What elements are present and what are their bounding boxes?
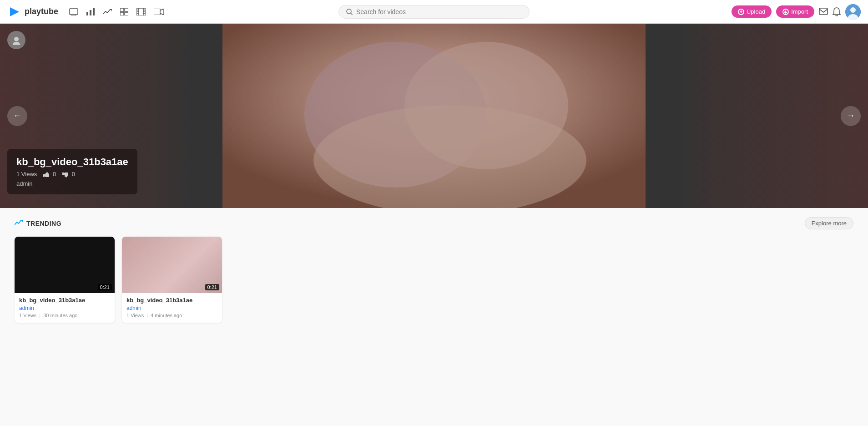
video-author[interactable]: admin — [19, 305, 110, 311]
chart-icon[interactable] — [86, 8, 95, 15]
hero-channel-avatar[interactable] — [7, 31, 25, 49]
video-time-ago: 30 minutes ago — [43, 313, 77, 318]
svg-rect-6 — [90, 10, 91, 15]
video-icon[interactable] — [154, 9, 164, 15]
trending-title-row: TRENDING — [15, 219, 61, 228]
hero-prev-button[interactable]: ← — [7, 106, 27, 126]
hero-carousel: kb_bg_video_31b3a1ae 1 Views 0 0 admin ←… — [0, 24, 868, 208]
trending-icon — [15, 219, 23, 228]
trending-section: TRENDING Explore more 0:21 kb_bg_video_3… — [0, 208, 868, 332]
search-icon — [346, 9, 353, 15]
video-thumbnail: 0:21 — [15, 237, 115, 293]
upload-button[interactable]: Upload — [732, 5, 772, 18]
tv-icon[interactable] — [69, 8, 78, 15]
trending-label: TRENDING — [26, 220, 61, 227]
explore-more-button[interactable]: Explore more — [805, 217, 853, 229]
video-author[interactable]: admin — [126, 305, 217, 311]
video-stats: 1 Views | 30 minutes ago — [19, 313, 110, 318]
svg-marker-0 — [10, 7, 19, 16]
svg-line-23 — [351, 13, 353, 15]
svg-rect-5 — [86, 12, 88, 15]
svg-rect-9 — [125, 8, 128, 11]
duration-badge: 0:21 — [98, 284, 112, 290]
svg-point-38 — [14, 37, 19, 41]
main-header: playtube — [0, 0, 868, 24]
avatar[interactable] — [845, 4, 861, 20]
hero-meta: 1 Views 0 0 — [16, 171, 128, 178]
video-title: kb_bg_video_31b3a1ae — [19, 297, 110, 304]
hero-next-button[interactable]: → — [841, 106, 861, 126]
grid-icon[interactable] — [120, 8, 128, 15]
video-info: kb_bg_video_31b3a1ae admin 1 Views | 4 m… — [122, 293, 222, 323]
svg-rect-41 — [62, 172, 64, 175]
video-time-ago: 4 minutes ago — [151, 313, 182, 318]
messages-button[interactable] — [819, 8, 828, 16]
hero-title: kb_bg_video_31b3a1ae — [16, 156, 128, 168]
svg-rect-1 — [70, 9, 78, 15]
svg-point-31 — [850, 7, 856, 13]
svg-rect-11 — [125, 12, 128, 15]
film-icon[interactable] — [136, 8, 146, 15]
hero-info-box: kb_bg_video_31b3a1ae 1 Views 0 0 admin — [7, 149, 137, 194]
video-views: 1 Views — [126, 313, 144, 318]
logo-icon — [7, 5, 22, 19]
video-views: 1 Views — [19, 313, 36, 318]
nav-icons — [69, 8, 164, 15]
video-card[interactable]: 0:21 kb_bg_video_31b3a1ae admin 1 Views … — [122, 237, 222, 323]
hero-likes: 0 — [43, 171, 56, 178]
svg-rect-8 — [120, 8, 124, 11]
logo-text: playtube — [25, 7, 58, 16]
svg-rect-7 — [93, 8, 95, 15]
video-thumbnail: 0:21 — [122, 237, 222, 293]
svg-point-22 — [347, 9, 351, 14]
hero-views: 1 Views — [16, 171, 37, 178]
video-stats: 1 Views | 4 minutes ago — [126, 313, 217, 318]
trending-header: TRENDING Explore more — [15, 217, 853, 229]
search-bar — [338, 5, 530, 19]
import-button[interactable]: Import — [776, 5, 814, 18]
svg-rect-21 — [154, 9, 160, 15]
svg-rect-10 — [120, 12, 124, 15]
notifications-button[interactable] — [833, 7, 841, 16]
svg-rect-40 — [43, 174, 45, 177]
duration-badge: 0:21 — [205, 284, 219, 290]
trending-nav-icon[interactable] — [103, 9, 112, 15]
hero-dislikes: 0 — [62, 171, 75, 178]
video-info: kb_bg_video_31b3a1ae admin 1 Views | 30 … — [15, 293, 115, 323]
hero-author: admin — [16, 180, 128, 187]
search-input[interactable] — [356, 8, 522, 15]
video-card[interactable]: 0:21 kb_bg_video_31b3a1ae admin 1 Views … — [15, 237, 115, 323]
svg-rect-29 — [819, 8, 828, 15]
video-title: kb_bg_video_31b3a1ae — [126, 297, 217, 304]
header-actions: Upload Import — [732, 4, 861, 20]
video-grid: 0:21 kb_bg_video_31b3a1ae admin 1 Views … — [15, 237, 853, 323]
logo[interactable]: playtube — [7, 5, 58, 19]
svg-point-39 — [13, 42, 20, 45]
